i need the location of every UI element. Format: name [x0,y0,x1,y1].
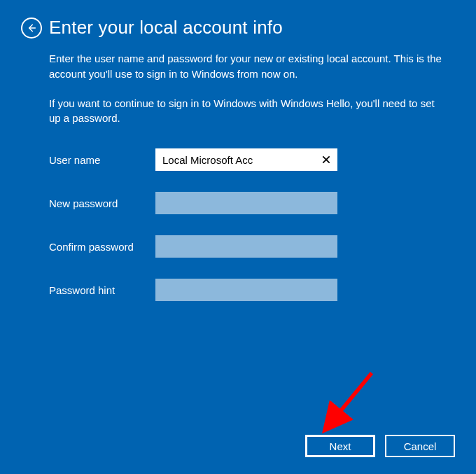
svg-line-4 [330,373,372,425]
close-icon [321,155,331,165]
clear-username-button[interactable] [319,153,333,167]
username-row: User name [49,148,455,171]
new-password-input[interactable] [155,192,337,214]
cancel-button[interactable]: Cancel [385,435,455,457]
password-hint-input[interactable] [155,279,337,301]
password-hint-label: Password hint [49,284,155,296]
confirm-password-input[interactable] [155,235,337,258]
confirm-password-row: Confirm password [49,235,455,258]
password-hint-row: Password hint [49,279,455,301]
new-password-input-wrap [155,192,337,214]
confirm-password-label: Confirm password [49,241,155,253]
confirm-password-input-wrap [155,235,337,258]
local-account-dialog: Enter your local account info Enter the … [0,0,476,474]
username-input-wrap [155,148,337,171]
form-area: User name New password Confirm password [49,148,455,301]
header-row: Enter your local account info [21,17,455,39]
back-arrow-icon [26,22,37,34]
username-label: User name [49,154,155,166]
username-input[interactable] [155,148,337,171]
password-hint-input-wrap [155,279,337,301]
back-button[interactable] [21,18,42,39]
description-text-1: Enter the user name and password for you… [49,51,442,82]
arrow-icon [302,367,379,444]
description-text-2: If you want to continue to sign in to Wi… [49,96,442,127]
next-button[interactable]: Next [305,435,375,457]
page-title: Enter your local account info [49,17,283,39]
button-row: Next Cancel [305,435,455,457]
new-password-label: New password [49,197,155,209]
new-password-row: New password [49,192,455,214]
